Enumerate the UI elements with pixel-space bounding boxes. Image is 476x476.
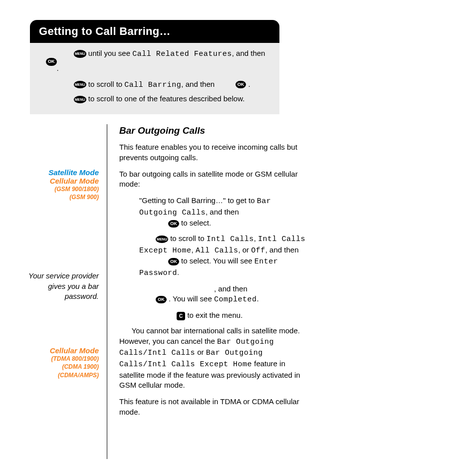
text: .	[256, 294, 258, 303]
cellular-mode-label: Cellular Mode	[25, 177, 99, 185]
text: , and then	[214, 284, 247, 293]
mode-detail: (CDMA/AMPS)	[25, 371, 99, 379]
divider	[107, 124, 107, 459]
tip-text: Your service provider gives you a bar pa…	[25, 271, 99, 301]
menu-name: Completed	[214, 295, 257, 304]
mode-detail: (GSM 900)	[25, 193, 99, 201]
text: to scroll to	[86, 80, 125, 88]
menu-name: Call Barring	[124, 81, 181, 89]
text: to select.	[179, 219, 211, 227]
text: .	[246, 80, 250, 88]
side-column: Satellite Mode Cellular Mode (GSM 900/18…	[25, 124, 107, 459]
text: .	[177, 268, 179, 276]
procedure-title: Getting to Call Barring…	[30, 20, 279, 43]
menu-icon: MENU	[156, 236, 168, 243]
step: C to exit the menu.	[119, 310, 309, 321]
ok-icon: OK	[236, 81, 246, 89]
text: , and then	[232, 49, 265, 57]
ok-icon: OK	[46, 58, 57, 66]
text: ,	[254, 234, 258, 242]
step: MENU to scroll to Intl Calls, Intl Calls…	[119, 234, 309, 279]
c-icon: C	[177, 312, 185, 320]
menu-name: Intl Calls	[207, 235, 254, 243]
step: "Getting to Call Barring…" to get to Bar…	[119, 196, 309, 229]
ok-icon: OK	[168, 220, 179, 228]
menu-name: All Calls	[196, 246, 238, 255]
ok-icon: OK	[156, 296, 167, 304]
paragraph: To bar outgoing calls in satellite mode …	[119, 169, 309, 190]
satellite-mode-label: Satellite Mode	[25, 168, 99, 177]
section-title: Bar Outgoing Calls	[119, 124, 309, 137]
cellular-mode-label: Cellular Mode	[25, 346, 99, 355]
text: or	[195, 348, 206, 356]
paragraph: This feature enables you to receive inco…	[119, 142, 309, 163]
menu-icon: MENU	[74, 96, 86, 103]
text: to scroll to one of the features describ…	[86, 94, 245, 103]
text: to scroll to	[168, 234, 207, 242]
menu-name: Off	[251, 246, 265, 255]
text: .	[57, 64, 59, 72]
menu-name: Call Related Features	[132, 50, 232, 58]
text: ,	[192, 245, 196, 254]
text: , and then	[181, 80, 217, 88]
paragraph: This feature is not available in TDMA or…	[119, 397, 309, 417]
text: to exit the menu.	[185, 311, 242, 319]
menu-icon: MENU	[74, 81, 86, 88]
procedure-box: Getting to Call Barring… OK MENU until y…	[30, 20, 279, 114]
note: You cannot bar international calls in sa…	[119, 326, 309, 391]
menu-icon: MENU	[74, 50, 86, 57]
text: to select. You will see	[179, 256, 254, 265]
mode-detail: (TDMA 800/1900)	[25, 355, 99, 363]
ok-icon: OK	[168, 258, 179, 266]
text: , and then	[206, 208, 239, 216]
text: "Getting to Call Barring…" to get to	[139, 196, 257, 205]
main-column: Bar Outgoing Calls This feature enables …	[119, 124, 309, 459]
text: . You will see	[167, 294, 214, 303]
text: , and then	[265, 245, 299, 254]
text: , or	[238, 245, 251, 254]
mode-detail: (GSM 900/1800)	[25, 185, 99, 193]
step: , and then OK . You will see Completed.	[119, 284, 309, 305]
text: until you see	[86, 49, 133, 57]
mode-detail: (CDMA 1900)	[25, 363, 99, 371]
